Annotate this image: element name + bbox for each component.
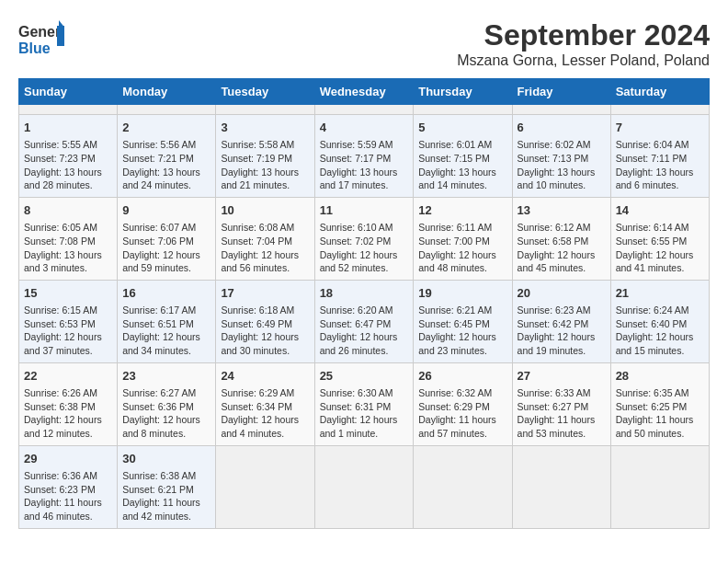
header-wednesday: Wednesday: [314, 79, 414, 105]
table-cell: 25Sunrise: 6:30 AMSunset: 6:31 PMDayligh…: [314, 362, 414, 445]
week-row-1: 1Sunrise: 5:55 AMSunset: 7:23 PMDaylight…: [19, 115, 710, 198]
day-info: Sunrise: 6:02 AMSunset: 7:13 PMDaylight:…: [518, 138, 606, 192]
table-cell: 3Sunrise: 5:58 AMSunset: 7:19 PMDaylight…: [216, 115, 314, 198]
day-info: Sunrise: 6:27 AMSunset: 6:36 PMDaylight:…: [122, 386, 210, 441]
table-cell: [19, 105, 118, 115]
day-info: Sunrise: 6:18 AMSunset: 6:49 PMDaylight:…: [221, 304, 309, 358]
day-number: 5: [418, 120, 506, 136]
header-thursday: Thursday: [414, 79, 512, 105]
day-info: Sunrise: 6:26 AMSunset: 6:38 PMDaylight:…: [24, 386, 112, 441]
header-sunday: Sunday: [19, 79, 118, 105]
table-cell: 10Sunrise: 6:08 AMSunset: 7:04 PMDayligh…: [216, 197, 314, 280]
table-cell: 18Sunrise: 6:20 AMSunset: 6:47 PMDayligh…: [314, 280, 414, 362]
day-info: Sunrise: 6:23 AMSunset: 6:42 PMDaylight:…: [518, 304, 606, 358]
day-number: 2: [122, 120, 210, 136]
day-info: Sunrise: 6:24 AMSunset: 6:40 PMDaylight:…: [616, 304, 704, 358]
table-cell: 26Sunrise: 6:32 AMSunset: 6:29 PMDayligh…: [414, 362, 512, 445]
day-info: Sunrise: 6:08 AMSunset: 7:04 PMDaylight:…: [221, 221, 309, 275]
table-cell: 14Sunrise: 6:14 AMSunset: 6:55 PMDayligh…: [610, 197, 709, 280]
day-number: 19: [418, 285, 506, 302]
table-cell: 6Sunrise: 6:02 AMSunset: 7:13 PMDaylight…: [512, 115, 610, 198]
day-info: Sunrise: 5:58 AMSunset: 7:19 PMDaylight:…: [221, 138, 309, 192]
day-info: Sunrise: 6:14 AMSunset: 6:55 PMDaylight:…: [616, 221, 704, 275]
day-number: 16: [122, 285, 210, 302]
svg-text:Blue: Blue: [18, 40, 51, 56]
table-cell: [216, 105, 314, 115]
week-row-4: 22Sunrise: 6:26 AMSunset: 6:38 PMDayligh…: [19, 362, 710, 445]
table-cell: 11Sunrise: 6:10 AMSunset: 7:02 PMDayligh…: [314, 197, 414, 280]
week-row-2: 8Sunrise: 6:05 AMSunset: 7:08 PMDaylight…: [19, 197, 710, 280]
day-info: Sunrise: 5:55 AMSunset: 7:23 PMDaylight:…: [24, 138, 112, 192]
logo-icon: General Blue: [18, 18, 64, 60]
calendar-table: Sunday Monday Tuesday Wednesday Thursday…: [18, 78, 710, 529]
day-info: Sunrise: 6:10 AMSunset: 7:02 PMDaylight:…: [320, 221, 409, 275]
day-info: Sunrise: 6:05 AMSunset: 7:08 PMDaylight:…: [24, 221, 112, 275]
title-block: September 2024 Mszana Gorna, Lesser Pola…: [457, 18, 710, 69]
table-cell: 20Sunrise: 6:23 AMSunset: 6:42 PMDayligh…: [512, 280, 610, 362]
table-cell: 17Sunrise: 6:18 AMSunset: 6:49 PMDayligh…: [216, 280, 314, 362]
day-number: 26: [418, 368, 506, 385]
table-cell: 19Sunrise: 6:21 AMSunset: 6:45 PMDayligh…: [414, 280, 512, 362]
table-cell: 9Sunrise: 6:07 AMSunset: 7:06 PMDaylight…: [118, 197, 216, 280]
table-cell: 23Sunrise: 6:27 AMSunset: 6:36 PMDayligh…: [118, 362, 216, 445]
calendar-title: September 2024: [457, 18, 710, 52]
table-cell: [118, 105, 216, 115]
table-cell: [610, 445, 709, 528]
day-number: 24: [221, 368, 309, 385]
day-number: 10: [221, 202, 309, 219]
header-monday: Monday: [118, 79, 216, 105]
table-cell: 1Sunrise: 5:55 AMSunset: 7:23 PMDaylight…: [19, 115, 118, 198]
table-cell: [314, 445, 414, 528]
table-cell: 30Sunrise: 6:38 AMSunset: 6:21 PMDayligh…: [118, 445, 216, 528]
header-friday: Friday: [512, 79, 610, 105]
day-number: 3: [221, 120, 309, 136]
table-cell: 2Sunrise: 5:56 AMSunset: 7:21 PMDaylight…: [118, 115, 216, 198]
table-cell: 28Sunrise: 6:35 AMSunset: 6:25 PMDayligh…: [610, 362, 709, 445]
day-info: Sunrise: 5:59 AMSunset: 7:17 PMDaylight:…: [320, 138, 409, 192]
day-info: Sunrise: 6:30 AMSunset: 6:31 PMDaylight:…: [320, 386, 409, 441]
week-row-5: 29Sunrise: 6:36 AMSunset: 6:23 PMDayligh…: [19, 445, 710, 528]
logo: General Blue: [18, 18, 64, 60]
table-cell: 22Sunrise: 6:26 AMSunset: 6:38 PMDayligh…: [19, 362, 118, 445]
day-number: 7: [616, 120, 704, 136]
day-number: 17: [221, 285, 309, 302]
day-info: Sunrise: 6:15 AMSunset: 6:53 PMDaylight:…: [24, 304, 112, 358]
day-number: 25: [320, 368, 409, 385]
table-cell: 4Sunrise: 5:59 AMSunset: 7:17 PMDaylight…: [314, 115, 414, 198]
table-cell: [314, 105, 414, 115]
day-info: Sunrise: 6:04 AMSunset: 7:11 PMDaylight:…: [616, 138, 704, 192]
table-cell: 27Sunrise: 6:33 AMSunset: 6:27 PMDayligh…: [512, 362, 610, 445]
table-cell: 7Sunrise: 6:04 AMSunset: 7:11 PMDaylight…: [610, 115, 709, 198]
week-row-3: 15Sunrise: 6:15 AMSunset: 6:53 PMDayligh…: [19, 280, 710, 362]
day-number: 18: [320, 285, 409, 302]
day-info: Sunrise: 6:35 AMSunset: 6:25 PMDaylight:…: [616, 386, 704, 441]
table-cell: 21Sunrise: 6:24 AMSunset: 6:40 PMDayligh…: [610, 280, 709, 362]
table-cell: [512, 445, 610, 528]
day-number: 6: [518, 120, 606, 136]
day-info: Sunrise: 6:29 AMSunset: 6:34 PMDaylight:…: [221, 386, 309, 441]
table-cell: [512, 105, 610, 115]
table-cell: [610, 105, 709, 115]
table-cell: [414, 445, 512, 528]
header-saturday: Saturday: [610, 79, 709, 105]
table-cell: 16Sunrise: 6:17 AMSunset: 6:51 PMDayligh…: [118, 280, 216, 362]
day-info: Sunrise: 6:32 AMSunset: 6:29 PMDaylight:…: [418, 386, 506, 441]
day-number: 30: [122, 451, 210, 467]
day-number: 12: [418, 202, 506, 219]
day-number: 23: [122, 368, 210, 385]
day-number: 4: [320, 120, 409, 136]
day-number: 9: [122, 202, 210, 219]
day-info: Sunrise: 6:33 AMSunset: 6:27 PMDaylight:…: [518, 386, 606, 441]
day-info: Sunrise: 6:07 AMSunset: 7:06 PMDaylight:…: [122, 221, 210, 275]
table-cell: 12Sunrise: 6:11 AMSunset: 7:00 PMDayligh…: [414, 197, 512, 280]
day-number: 1: [24, 120, 112, 136]
table-cell: 15Sunrise: 6:15 AMSunset: 6:53 PMDayligh…: [19, 280, 118, 362]
table-cell: [414, 105, 512, 115]
calendar-subtitle: Mszana Gorna, Lesser Poland, Poland: [457, 52, 710, 69]
day-info: Sunrise: 6:17 AMSunset: 6:51 PMDaylight:…: [122, 304, 210, 358]
day-number: 29: [24, 451, 112, 467]
day-number: 27: [518, 368, 606, 385]
table-cell: [216, 445, 314, 528]
day-number: 13: [518, 202, 606, 219]
day-info: Sunrise: 5:56 AMSunset: 7:21 PMDaylight:…: [122, 138, 210, 192]
